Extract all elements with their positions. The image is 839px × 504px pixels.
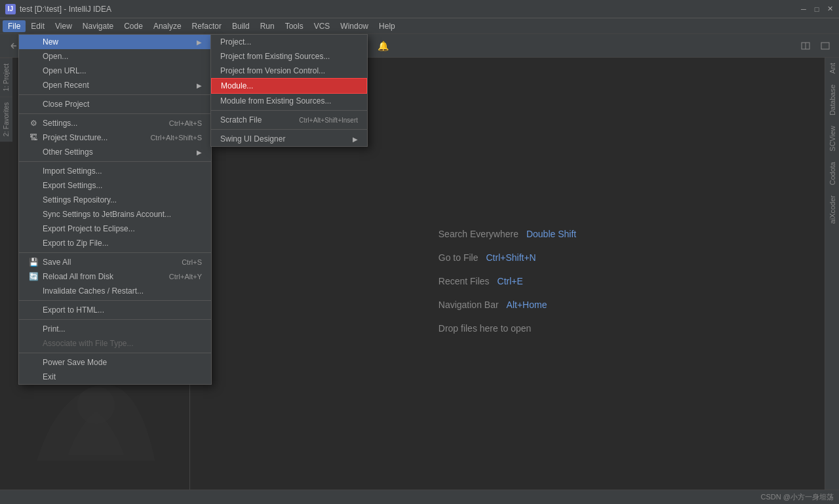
menu-item-view[interactable]: View <box>50 20 77 32</box>
settings-button[interactable]: ⚙ <box>355 37 372 54</box>
recent-hint-shortcut: Ctrl+E <box>498 276 523 286</box>
scview-tab[interactable]: SCView <box>826 121 839 157</box>
menu-item-edit[interactable]: Edit <box>26 20 50 32</box>
menu-item-build[interactable]: Build <box>227 20 255 32</box>
status-bar: CSDN @小方一身坦荡 <box>0 490 839 504</box>
right-sidebar: Ant Database SCView Codota aiXcoder <box>825 58 839 504</box>
recent-hint-label: Recent Files <box>439 276 490 286</box>
menu-item-file[interactable]: File <box>3 20 26 32</box>
toolbar-separator-4 <box>329 39 330 52</box>
toolbar-back-button[interactable] <box>5 37 22 54</box>
menu-item-navigate[interactable]: Navigate <box>77 20 119 32</box>
menu-item-window[interactable]: Window <box>335 20 374 32</box>
toolbar-separator-1 <box>28 39 28 52</box>
watermark-area <box>18 372 174 490</box>
add-configuration-button[interactable]: Add Configuration... <box>133 38 217 54</box>
drop-hint-label: Drop files here to open <box>439 323 532 334</box>
ant-tab[interactable]: Ant <box>826 58 839 79</box>
run-app-button[interactable]: ▶ <box>228 37 245 54</box>
drop-hint-row: Drop files here to open <box>439 323 532 334</box>
menu-item-vcs[interactable]: VCS <box>309 20 336 32</box>
codota-tab[interactable]: Codota <box>826 157 839 190</box>
menu-item-tools[interactable]: Tools <box>280 20 309 32</box>
run-with-coverage-button[interactable] <box>267 37 284 54</box>
main-layout: 1: Project 2: Favorites Search Everywher… <box>0 58 839 504</box>
database-tab[interactable]: Database <box>826 79 839 121</box>
add-config-label: Add Configuration... <box>140 41 210 50</box>
goto-hint-row: Go to File Ctrl+Shift+N <box>439 252 536 263</box>
coverage-icon[interactable] <box>92 37 109 54</box>
maximize-button[interactable]: □ <box>813 5 821 13</box>
goto-hint-label: Go to File <box>439 252 478 263</box>
project-panel <box>0 58 190 504</box>
favorites-tab[interactable]: 2: Favorites <box>0 96 12 142</box>
svg-point-7 <box>77 387 115 424</box>
recent-hint-row: Recent Files Ctrl+E <box>439 276 523 286</box>
status-csdn: CSDN @小方一身坦荡 <box>761 492 834 502</box>
title-bar-left: IJ test [D:\test] - IntelliJ IDEA <box>5 4 111 14</box>
search-hint-label: Search Everywhere <box>439 229 518 239</box>
menu-item-run[interactable]: Run <box>255 20 280 32</box>
title-bar: IJ test [D:\test] - IntelliJ IDEA ─ □ ✕ <box>0 0 839 18</box>
close-button[interactable]: ✕ <box>826 5 834 13</box>
svg-point-3 <box>340 43 345 48</box>
navbar-hint-row: Navigation Bar Alt+Home <box>439 300 547 310</box>
menu-item-refactor[interactable]: Refactor <box>187 20 227 32</box>
minimize-button[interactable]: ─ <box>800 5 808 13</box>
navbar-hint-shortcut: Alt+Home <box>507 300 547 310</box>
toolbar: 🔨 ▶ 🐞 ⚙ Add Configuration... ▶ 🐞 ⚙ 🔔 <box>0 34 839 58</box>
hint-area: Search Everywhere Double Shift Go to Fil… <box>439 229 576 334</box>
svg-rect-2 <box>293 43 298 48</box>
search-hint-row: Search Everywhere Double Shift <box>439 229 576 239</box>
search-everywhere-button[interactable] <box>335 37 352 54</box>
search-hint-shortcut: Double Shift <box>526 229 576 239</box>
app-icon: IJ <box>5 4 16 14</box>
navbar-hint-label: Navigation Bar <box>439 300 499 310</box>
menu-item-help[interactable]: Help <box>374 20 400 32</box>
debug-icon[interactable]: 🐞 <box>73 37 90 54</box>
debug-app-button[interactable]: 🐞 <box>248 37 265 54</box>
menu-item-analyze[interactable]: Analyze <box>148 20 187 32</box>
menu-bar: File Edit View Navigate Code Analyze Ref… <box>0 18 839 34</box>
toolbar-separator-2 <box>115 39 115 52</box>
main-content: Search Everywhere Double Shift Go to Fil… <box>190 58 825 504</box>
split-editor-button[interactable] <box>797 37 814 54</box>
title-bar-controls: ─ □ ✕ <box>800 5 834 13</box>
goto-hint-shortcut: Ctrl+Shift+N <box>486 252 536 263</box>
svg-rect-6 <box>821 43 829 49</box>
stop-button[interactable] <box>287 37 304 54</box>
notification-button[interactable]: 🔔 <box>374 37 391 54</box>
menu-item-code[interactable]: Code <box>119 20 148 32</box>
project-tab[interactable]: 1: Project <box>0 58 12 96</box>
toggle-zoom-button[interactable] <box>817 37 834 54</box>
window-title: test [D:\test] - IntelliJ IDEA <box>20 5 111 14</box>
run-icon[interactable]: ▶ <box>53 37 70 54</box>
reload-button[interactable] <box>307 37 324 54</box>
toolbar-separator-3 <box>222 39 223 52</box>
aixcoder-tab[interactable]: aiXcoder <box>826 190 839 229</box>
hammer-icon[interactable]: 🔨 <box>33 37 50 54</box>
left-vert-tabs: 1: Project 2: Favorites <box>0 58 12 142</box>
